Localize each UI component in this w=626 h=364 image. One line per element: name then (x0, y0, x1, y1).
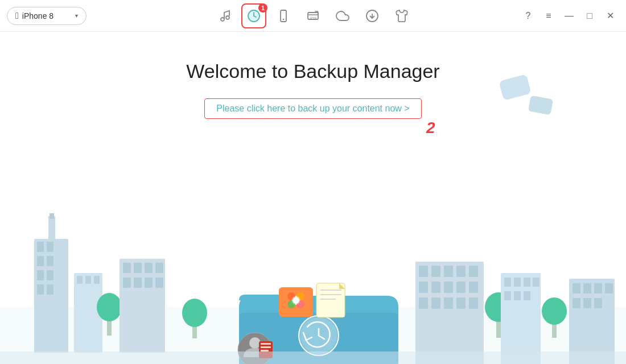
svg-rect-70 (431, 297, 440, 309)
svg-rect-36 (145, 278, 153, 288)
svg-rect-35 (134, 278, 142, 288)
float-shape-2 (528, 96, 553, 115)
svg-rect-67 (456, 282, 466, 293)
svg-rect-23 (85, 276, 91, 284)
menu-button[interactable]: ≡ (539, 7, 558, 25)
svg-rect-32 (145, 263, 153, 273)
titlebar:  iPhone 8 ▾ 1 (0, 0, 626, 32)
svg-rect-17 (37, 284, 44, 295)
svg-rect-88 (583, 283, 591, 293)
svg-rect-91 (573, 298, 580, 308)
svg-rect-80 (514, 278, 521, 287)
maximize-button[interactable]: □ (580, 7, 599, 25)
svg-point-26 (97, 293, 122, 321)
toolbar-download-button[interactable] (360, 3, 385, 28)
svg-rect-19 (48, 216, 55, 242)
toolbar-cloud-button[interactable] (330, 3, 355, 28)
page-title: Welcome to Backup Manager (186, 60, 439, 82)
svg-text:iOS: iOS (310, 16, 317, 20)
svg-point-47 (293, 297, 299, 304)
svg-rect-66 (444, 282, 453, 293)
toolbar-ios-button[interactable]: iOS (300, 3, 326, 28)
chevron-down-icon: ▾ (75, 13, 78, 19)
svg-rect-68 (469, 282, 478, 293)
svg-rect-73 (469, 297, 478, 309)
svg-rect-89 (594, 283, 602, 293)
svg-rect-72 (456, 297, 466, 309)
svg-rect-81 (524, 278, 530, 287)
toolbar-music-button[interactable] (212, 3, 237, 28)
svg-rect-84 (514, 291, 521, 300)
svg-rect-31 (134, 263, 142, 273)
toolbar-backup-button[interactable]: 1 (241, 3, 266, 28)
svg-rect-34 (123, 278, 131, 288)
svg-rect-57 (261, 350, 269, 351)
svg-point-28 (182, 299, 207, 327)
svg-rect-14 (47, 256, 53, 266)
svg-rect-55 (261, 343, 271, 345)
svg-rect-18 (47, 284, 53, 295)
svg-rect-15 (37, 270, 44, 280)
svg-rect-63 (469, 266, 478, 277)
toolbar-phone-button[interactable] (271, 3, 296, 28)
svg-rect-11 (37, 242, 44, 252)
toolbar-themes-button[interactable] (389, 3, 414, 28)
backup-link-wrapper: Please click here to back up your conten… (204, 98, 421, 119)
svg-rect-30 (123, 263, 131, 273)
svg-rect-85 (524, 291, 530, 300)
toolbar-badge-1: 1 (258, 3, 267, 13)
svg-rect-37 (155, 278, 163, 288)
main-content: Welcome to Backup Manager Please click h… (0, 32, 626, 364)
svg-rect-93 (594, 298, 602, 308)
apple-icon:  (15, 11, 19, 21)
svg-point-1 (226, 16, 229, 19)
svg-rect-24 (94, 276, 100, 284)
svg-rect-13 (37, 256, 44, 266)
svg-rect-92 (583, 298, 591, 308)
svg-rect-62 (456, 266, 466, 277)
svg-rect-60 (431, 266, 440, 277)
svg-rect-69 (419, 297, 428, 309)
svg-rect-94 (0, 351, 626, 364)
svg-rect-71 (444, 297, 453, 309)
svg-rect-83 (504, 291, 511, 300)
svg-rect-33 (155, 263, 163, 273)
svg-rect-20 (50, 213, 54, 219)
svg-rect-12 (47, 242, 53, 252)
svg-rect-65 (431, 282, 440, 293)
svg-rect-79 (504, 278, 511, 287)
svg-rect-59 (419, 266, 428, 277)
svg-rect-90 (605, 283, 613, 293)
svg-rect-22 (77, 276, 83, 284)
svg-rect-87 (573, 283, 580, 293)
illustration (0, 148, 626, 364)
svg-point-77 (542, 297, 567, 325)
float-shape-1 (499, 74, 531, 101)
svg-rect-16 (47, 270, 53, 280)
toolbar: 1 iOS (212, 3, 414, 28)
svg-rect-56 (261, 346, 271, 348)
close-button[interactable]: ✕ (601, 7, 619, 25)
step-badge-2: 2 (426, 119, 435, 137)
minimize-button[interactable]: — (560, 7, 578, 25)
device-selector[interactable]:  iPhone 8 ▾ (7, 7, 87, 25)
help-button[interactable]: ? (519, 7, 537, 25)
svg-rect-61 (444, 266, 453, 277)
device-name: iPhone 8 (22, 11, 53, 20)
svg-rect-82 (533, 278, 539, 287)
window-controls: ? ≡ — □ ✕ (519, 7, 619, 25)
svg-rect-64 (419, 282, 428, 293)
backup-link-button[interactable]: Please click here to back up your conten… (204, 98, 421, 119)
